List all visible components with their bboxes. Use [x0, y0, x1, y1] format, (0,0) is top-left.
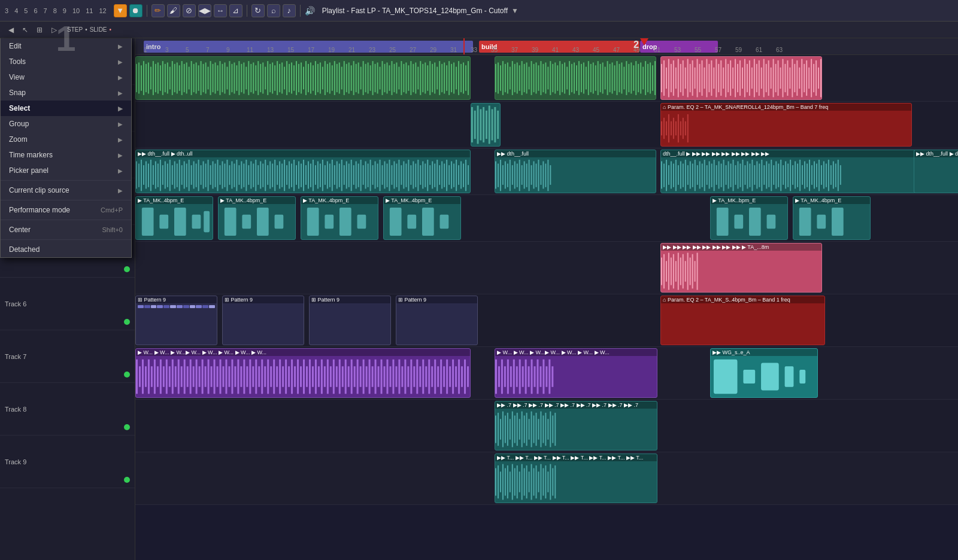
clip-track1-intro[interactable] — [135, 56, 471, 100]
svg-rect-247 — [754, 59, 755, 98]
menu-item-clip-source[interactable]: Current clip source ▶ — [1, 182, 131, 198]
clip-track4-5[interactable]: ▶ TA_MK..bpm_E — [710, 196, 788, 240]
clip-track4-1-label: ▶ TA_MK..4bpm_E — [136, 197, 213, 204]
slice-tool[interactable]: ⊿ — [229, 4, 242, 17]
svg-rect-720 — [507, 413, 508, 446]
svg-rect-368 — [303, 160, 304, 191]
tracks-content[interactable]: ⌂ Param. EQ 2 – TA_MK_SNAREROLL4_124bpm_… — [135, 55, 958, 560]
menu-item-detached[interactable]: Detached — [1, 242, 131, 257]
triangle-btn[interactable]: ▷ — [48, 24, 60, 36]
clip-track1-break[interactable] — [495, 56, 656, 100]
clip-track7-drop[interactable]: ▶▶ WG_s..e_A — [710, 348, 818, 398]
draw-tool[interactable]: ✏ — [151, 4, 165, 17]
menu-item-group[interactable]: Group ▶ — [1, 116, 131, 132]
waveform-track1-break — [495, 57, 656, 99]
connect-btn[interactable]: ⊞ — [34, 24, 46, 36]
svg-rect-698 — [519, 360, 521, 394]
svg-rect-572 — [685, 261, 686, 282]
clip-track3-intro[interactable]: ▶▶ dth__.full ▶ dth..ull — [135, 150, 471, 193]
svg-rect-232 — [718, 64, 719, 92]
clip-track6-pattern4[interactable]: ⊞ Pattern 9 — [396, 296, 478, 345]
clip-track7-intro[interactable]: ▶ W... ▶ W... ▶ W...▶ W... ▶ W... ▶ W...… — [135, 348, 471, 398]
clip-track5-build[interactable]: ▶▶ ▶▶ ▶▶ ▶▶ ▶▶ ▶▶ ▶▶ ▶▶ ▶ TA_...8m — [660, 243, 822, 293]
clip-track2-mid[interactable] — [471, 103, 501, 147]
waveform-track1-intro — [136, 57, 470, 99]
svg-rect-398 — [375, 162, 376, 189]
svg-rect-485 — [716, 165, 717, 185]
svg-rect-39 — [229, 61, 230, 95]
clip-track6-pattern3[interactable]: ⊞ Pattern 9 — [309, 296, 391, 345]
svg-rect-443 — [507, 163, 508, 187]
svg-rect-553 — [422, 208, 434, 236]
clip-track9-build[interactable]: ▶▶ T... ▶▶ T... ▶▶ T... ▶▶ T... ▶▶ T... … — [495, 454, 657, 503]
paint-tool[interactable]: 🖌 — [167, 4, 180, 17]
svg-rect-683 — [449, 366, 451, 387]
menu-item-performance[interactable]: Performance mode Cmd+P — [1, 202, 131, 218]
menu-item-view[interactable]: View ▶ — [1, 69, 131, 85]
svg-rect-33 — [215, 62, 216, 93]
dropdown-arrow[interactable]: ▼ — [511, 7, 519, 15]
menu-item-snap[interactable]: Snap ▶ — [1, 85, 131, 101]
svg-rect-634 — [303, 360, 305, 394]
svg-rect-583 — [151, 366, 153, 387]
clip-track1-build[interactable] — [660, 56, 822, 100]
clip-track8-build[interactable]: ▶▶ .7 ▶▶ .7 ▶▶ .7 ▶▶ .7 ▶▶ .7 ▶▶ .7 ▶▶ .… — [495, 401, 657, 451]
svg-rect-200 — [638, 64, 639, 92]
mirror-tool[interactable]: ↔ — [214, 4, 227, 17]
clip-track6-pattern2[interactable]: ⊞ Pattern 9 — [222, 296, 304, 345]
svg-rect-324 — [198, 160, 199, 191]
menu-item-time-markers[interactable]: Time markers ▶ — [1, 147, 131, 163]
clip-track2-snareroll[interactable]: ⌂ Param. EQ 2 – TA_MK_SNAREROLL4_124bpm_… — [660, 103, 912, 147]
svg-rect-208 — [661, 64, 662, 92]
svg-rect-679 — [437, 366, 439, 387]
zoom-tool[interactable]: ⌕ — [267, 4, 280, 17]
clip-track4-2[interactable]: ▶ TA_MK..4bpm_E — [218, 196, 296, 240]
ruler-num-41: 41 — [552, 47, 559, 53]
clip-track4-1[interactable]: ▶ TA_MK..4bpm_E — [135, 196, 213, 240]
cursor-btn[interactable]: ↖ — [19, 24, 31, 36]
menu-time-markers-arrow: ▶ — [118, 152, 123, 159]
svg-rect-301 — [143, 165, 144, 185]
svg-rect-348 — [255, 160, 256, 191]
menu-item-center[interactable]: Center Shift+0 — [1, 222, 131, 238]
svg-rect-617 — [252, 366, 254, 387]
svg-rect-632 — [297, 360, 299, 394]
svg-rect-729 — [529, 419, 530, 440]
svg-rect-536 — [838, 160, 839, 191]
playlist-title: Playlist - Fast LP - TA_MK_TOPS14_124bpm… — [322, 7, 519, 15]
clip-track4-6[interactable]: ▶ TA_MK..4bpm_E — [793, 196, 871, 240]
clip-track4-3[interactable]: ▶ TA_MK..4bpm_E — [301, 196, 378, 240]
svg-rect-264 — [794, 64, 795, 92]
loop-tool[interactable]: ↻ — [251, 4, 265, 17]
svg-rect-733 — [538, 419, 539, 440]
menu-item-tools[interactable]: Tools ▶ — [1, 54, 131, 69]
svg-rect-506 — [766, 162, 767, 189]
svg-rect-614 — [243, 360, 245, 394]
ruler-num-59: 59 — [735, 47, 742, 53]
clip-track3-2[interactable]: ▶▶ dth__.full — [495, 150, 656, 193]
dropdown-button[interactable]: ▼ — [114, 4, 127, 17]
clip-track6-pattern1[interactable]: ⊞ Pattern 9 — [135, 296, 217, 345]
arrow-left-btn[interactable]: ◀ — [5, 24, 17, 36]
clip-track4-4[interactable]: ▶ TA_MK..4bpm_E — [383, 196, 461, 240]
clip-track7-build[interactable]: ▶ W... ▶ W... ▶ W...▶ W... ▶ W... ▶ W...… — [495, 348, 657, 398]
svg-rect-338 — [231, 162, 232, 189]
menu-item-edit[interactable]: Edit ▶ — [1, 38, 131, 54]
svg-rect-64 — [289, 64, 290, 92]
erase-tool[interactable]: ⊘ — [183, 4, 196, 17]
menu-item-zoom[interactable]: Zoom ▶ — [1, 132, 131, 147]
record-button[interactable]: ⏺ — [129, 4, 143, 17]
clip-track6-build[interactable]: ⌂ Param. EQ 2 – TA_MK_S..4bpm_Bm – Band … — [660, 296, 825, 345]
svg-rect-707 — [545, 366, 547, 387]
menu-item-select[interactable]: Select ▶ — [1, 101, 131, 116]
mute-tool[interactable]: ◀▶ — [198, 4, 211, 17]
svg-rect-258 — [780, 68, 781, 89]
svg-rect-465 — [668, 165, 669, 185]
svg-rect-124 — [432, 64, 433, 92]
menu-item-picker-panel[interactable]: Picker panel ▶ — [1, 163, 131, 178]
svg-rect-376 — [322, 160, 323, 191]
svg-rect-332 — [217, 160, 219, 191]
note-tool[interactable]: ♪ — [283, 4, 296, 17]
clip-track3-4[interactable]: ▶▶ dth__.full ▶ dth_..ful — [914, 150, 958, 193]
ruler-num-61: 61 — [756, 47, 762, 53]
